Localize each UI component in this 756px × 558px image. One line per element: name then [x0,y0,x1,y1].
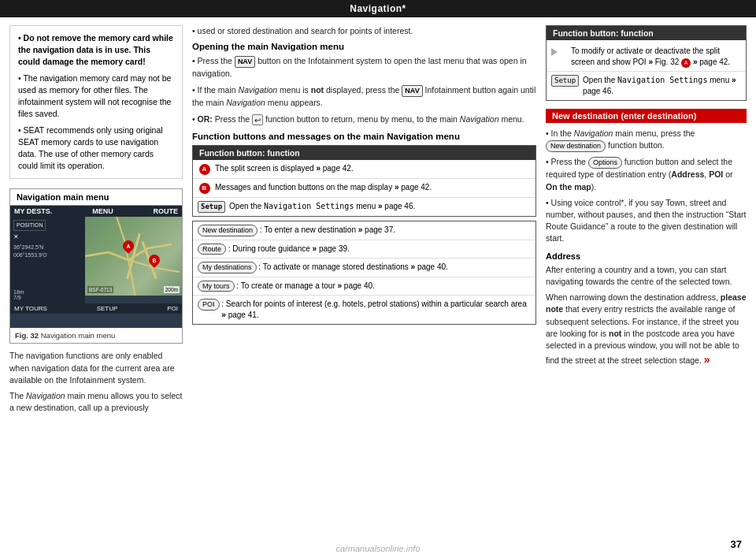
warning-bullet-2: • The navigation memory card may not be … [18,73,174,121]
nav-coord-1: 36°2942.5'N [13,244,82,251]
warning-bullet-3: • SEAT recommends only using original SE… [18,125,174,173]
options-btn: Options [588,157,622,169]
right-func-icon-1 [551,46,567,59]
new-dest-btn: New destination [198,225,258,236]
mid-heading-opening: Opening the main Navigation menu [192,42,536,51]
my-dests-btn: My destinations [198,262,257,273]
watermark: carmanualsonline.info [335,544,420,553]
func-btn-text-b: Messages and function buttons on the map… [215,182,432,193]
nav-scale-label: 200m [164,286,180,293]
left-body-text-1: The navigation functions are only enable… [9,350,183,386]
func-btn-text-a: The split screen is displayed » page 42. [215,163,354,174]
circle-b: B [199,183,210,194]
circle-a: A [199,164,210,175]
nav-bottom-bar: MY TOURS SETUP POI [10,303,182,314]
right-bullet-2: Press the Options function button and se… [546,156,747,192]
setup-badge: Setup [198,201,225,213]
my-tours-btn: My tours [198,281,235,292]
func-btn-row-setup: Setup Open the Navigation Settings menu … [193,198,536,216]
right-func-text-1: To modify or activate or deactivate the … [571,46,741,68]
right-addr-text-2: When narrowing down the destination addr… [546,292,747,367]
func-btn-table-2: New destination : To enter a new destina… [192,221,536,325]
top-bar: Navigation* [0,0,756,17]
nav-screenshot: MY DESTS. MENU ROUTE POSITION ✕ 36°2942.… [10,206,182,328]
warning-box: • Do not remove the memory card while th… [9,25,183,179]
fig-label: Fig. 32 [15,331,39,340]
mid-bullet-1: Press the NAV button on the Infotainment… [192,55,536,80]
route-btn: Route [198,244,226,255]
left-column: • Do not remove the memory card while th… [9,25,183,550]
func-btn-row-route: Route : During route guidance » page 39. [193,240,536,259]
nav-main-menu-title: Navigation main menu [10,189,182,206]
nav-my-tours: MY TOURS [14,305,47,312]
right-setup-badge: Setup [551,75,579,87]
nav-time: 7/9 [13,295,82,300]
func-btn-icon-setup: Setup [198,201,229,213]
nav-coord-2: 006°1553.9'O [13,251,82,259]
right-bullet-1: In the Navigation main menu, press the N… [546,128,747,152]
left-body: The navigation functions are only enable… [9,350,183,414]
func-btn-row-mytours: My tours : To create or manage a tour » … [193,277,536,296]
fig32-badge: A [681,58,691,68]
func-btn-header: Function button: function [193,146,536,160]
mid-continuation: used or stored destination and search fo… [192,25,536,37]
func-btn-row-poi: POI : Search for points of interest (e.g… [193,296,536,324]
func-btn-icon-b: B [198,182,215,194]
poi-btn: POI [198,299,220,311]
func-btn-text-setup: Open the Navigation Settings menu » page… [229,201,415,212]
nav-distance: 18m [13,289,82,295]
content-area: • Do not remove the memory card while th… [0,17,756,558]
mid-bullet-3: OR: Press the ↩ function button to retur… [192,113,536,125]
nav-key-1: NAV [235,56,255,68]
play-arrow-icon [551,48,558,56]
right-func-text-2: Open the Navigation Settings menu » page… [583,75,741,97]
nav-key-2: NAV [402,85,422,97]
right-addr-text-1: After entering a country and a town, you… [546,264,747,288]
warning-bullet-1: • Do not remove the memory card while th… [18,32,174,69]
mid-heading-func: Function buttons and messages on the mai… [192,132,536,141]
nav-setup: SETUP [97,305,118,312]
right-column: Function button: function To modify or a… [546,25,747,550]
fig-caption-text: Navigation main menu [41,331,116,340]
addr-heading: Address [546,251,747,261]
new-dest-btn-right: New destination [546,140,606,152]
page-number: 37 [731,538,742,550]
func-btn-table: Function button: function A The split sc… [192,145,536,217]
marker-a-label: A [126,244,130,249]
right-func-header: Function button: function [547,26,746,40]
func-btn-row-a: A The split screen is displayed » page 4… [193,160,536,179]
right-func-row-2: Setup Open the Navigation Settings menu … [547,72,746,100]
new-dest-header: New destination (enter destination) [546,109,747,123]
left-body-text-2: The Navigation main menu allows you to s… [9,390,183,414]
fig-caption: Fig. 32 Navigation main menu [10,328,182,343]
right-func-table: Function button: function To modify or a… [546,25,747,101]
right-func-row-1: To modify or activate or deactivate the … [547,43,746,72]
continue-arrow: » [704,353,710,366]
nav-ref: BSF-0713 [87,286,113,293]
middle-column: used or stored destination and search fo… [192,25,536,550]
back-btn-icon: ↩ [252,114,263,125]
func-btn-row-newdest: New destination : To enter a new destina… [193,221,536,240]
nav-my-dests: MY DESTS. [14,207,52,215]
nav-settings-code: Navigation Settings [264,202,354,210]
marker-b-label: B [152,258,156,263]
nav-poi: POI [167,305,178,312]
nav-settings-code-right: Navigation Settings [617,76,707,84]
nav-route-btn: ROUTE [153,207,178,215]
page: Navigation* • Do not remove the memory c… [0,0,756,558]
right-bullet-3: Using voice control*, if you say Town, s… [546,197,747,245]
nav-main-menu-box: Navigation main menu MY DESTS. MENU ROUT… [9,188,183,344]
nav-map-svg [85,217,182,296]
nav-menu-btn: MENU [92,207,113,215]
func-btn-icon-a: A [198,163,215,175]
nav-top-bar: MY DESTS. MENU ROUTE [10,206,182,217]
top-bar-title: Navigation* [350,3,406,14]
func-btn-row-b: B Messages and function buttons on the m… [193,179,536,198]
func-btn-row-mydests: My destinations : To activate or manage … [193,259,536,277]
mid-bullet-2: If the main Navigation menu is not displ… [192,84,536,109]
